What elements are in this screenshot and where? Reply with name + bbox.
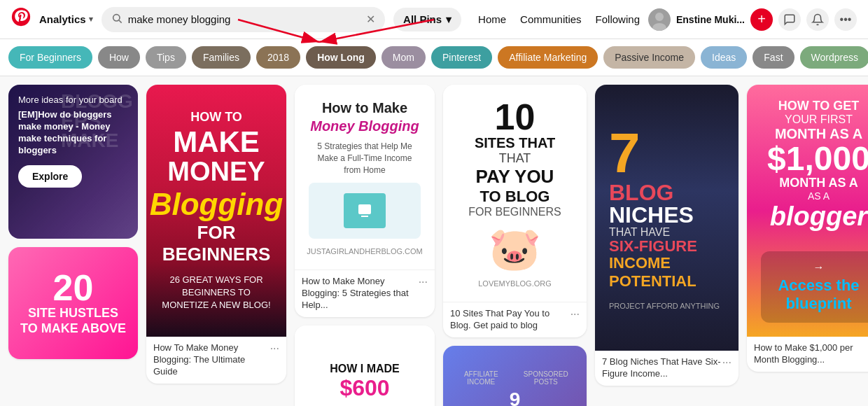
content-area: More ideas for your board [EM]How do blo…: [0, 76, 868, 406]
pin-niches-seven: 7: [609, 125, 724, 181]
col1-bottom-card[interactable]: 20 SITE HUSTLES TO MAKE ABOVE: [8, 247, 138, 359]
messages-button[interactable]: [778, 8, 801, 31]
pin-black-pay: PAY YOU: [476, 166, 554, 188]
pin-black-content: 10 SITES THAT THAT PAY YOU TO BLOG FOR B…: [443, 85, 587, 302]
pin-black-sites: SITES THAT: [475, 135, 555, 151]
pin-pink-make: MAKE: [173, 127, 260, 157]
all-pins-label: All Pins: [403, 13, 442, 25]
filter-chip-tips[interactable]: Tips: [146, 46, 186, 69]
user-name[interactable]: Enstine Muki...: [676, 14, 745, 25]
pin-pink-content: HOW TO MAKE MONEY Blogging FOR BEGINNERS…: [146, 85, 286, 337]
pin-card-1000-text: How to Make $1,000 per Month Blogging...: [754, 342, 868, 366]
filter-chip-mom[interactable]: Mom: [382, 46, 426, 69]
all-pins-button[interactable]: All Pins ▾: [393, 8, 461, 31]
pin-card-10sites-footer: 10 Sites That Pay You to Blog. Get paid …: [443, 302, 587, 337]
pin-howmade-how-i: HOW I MADE: [330, 363, 400, 375]
pin-card-white-dots[interactable]: ···: [419, 276, 428, 288]
pin-card-niches-text: 7 Blog Niches That Have Six-Figure Incom…: [602, 356, 722, 380]
pin-niches-potential: POTENTIAL: [609, 272, 724, 290]
pin-card-pink[interactable]: HOW TO MAKE MONEY Blogging FOR BEGINNERS…: [146, 85, 286, 384]
pin-pink-subtitle: 26 GREAT WAYS FOR BEGINNERS TO MONETIZE …: [160, 274, 272, 312]
pin-pink-howto: HOW TO: [190, 110, 242, 125]
pin-niches-blog: BLOG: [609, 181, 724, 204]
nav-right: Enstine Muki... + •••: [648, 8, 857, 31]
svg-point-4: [655, 13, 664, 21]
pinterest-logo[interactable]: [11, 7, 31, 31]
pin-pink-beginners: FOR BEGINNERS: [160, 222, 272, 265]
pin-card-white[interactable]: How to Make Money Blogging 5 Strategies …: [295, 85, 435, 317]
add-button[interactable]: +: [750, 8, 773, 31]
pin-card-1000-footer: How to Make $1,000 per Month Blogging...…: [747, 337, 868, 372]
explore-button[interactable]: Explore: [18, 165, 82, 188]
filter-chip-fast[interactable]: Fast: [752, 46, 794, 69]
pin-black-ten: 10: [495, 99, 536, 135]
filter-chip-pinterest[interactable]: Pinterest: [431, 46, 492, 69]
pin-card-white-footer: How to Make Money Blogging: 5 Strategies…: [295, 270, 435, 317]
pin-card-pink-footer: How To Make Money Blogging: The Ultimate…: [146, 337, 286, 384]
suggestion-card[interactable]: More ideas for your board [EM]How do blo…: [8, 85, 138, 239]
filter-chip-affiliate[interactable]: Affiliate Marketing: [498, 46, 598, 69]
filter-chip-how[interactable]: How: [98, 46, 140, 69]
col-4: 10 SITES THAT THAT PAY YOU TO BLOG FOR B…: [443, 85, 587, 406]
svg-line-2: [119, 20, 122, 23]
suggestion-card-text: More ideas for your board: [18, 94, 128, 105]
pin-card-niches-dots[interactable]: ···: [722, 356, 732, 369]
pin-white-subtitle: 5 Strategies that Help Me Make a Full-Ti…: [309, 141, 421, 176]
filter-chip-ideas[interactable]: Ideas: [701, 46, 747, 69]
pin-income-content: AFFILIATE INCOMESPONSORED POSTS 9 INCOME…: [443, 346, 587, 406]
col-1: More ideas for your board [EM]How do blo…: [8, 85, 138, 359]
pin-1000-blogger: blogger: [761, 202, 868, 232]
nav-following[interactable]: Following: [596, 13, 640, 25]
col1-num: 20: [53, 270, 94, 306]
pin-black-beg: FOR BEGINNERS: [468, 206, 561, 218]
col-6: HOW TO GET YOUR FIRST MONTH AS A $1,000 …: [747, 85, 868, 372]
filter-chip-families[interactable]: Families: [192, 46, 251, 69]
filter-chip-how-long[interactable]: How Long: [306, 46, 376, 69]
col-2: HOW TO MAKE MONEY Blogging FOR BEGINNERS…: [146, 85, 286, 384]
filter-chip-wordpress[interactable]: Wordpress: [800, 46, 868, 69]
col1-title: SITE HUSTLES TO MAKE ABOVE: [20, 306, 127, 336]
pin-1000-access: → Access the blueprint: [761, 251, 868, 323]
analytics-button[interactable]: Analytics ▾: [39, 13, 93, 25]
pin-card-1000[interactable]: HOW TO GET YOUR FIRST MONTH AS A $1,000 …: [747, 85, 868, 372]
pin-black-that: THAT: [499, 151, 531, 166]
filter-chip-2018[interactable]: 2018: [256, 46, 300, 69]
pin-1000-line1: HOW TO GET: [761, 99, 868, 113]
svg-rect-11: [361, 216, 368, 217]
pin-income-nine: 9: [510, 388, 521, 406]
filter-chip-passive[interactable]: Passive Income: [603, 46, 695, 69]
pin-white-title: How to Make Money Blogging: [309, 99, 421, 135]
svg-point-1: [113, 14, 119, 20]
pin-white-content: How to Make Money Blogging 5 Strategies …: [295, 85, 435, 270]
pin-niches-sixfig: SIX-FIGURE: [609, 239, 724, 254]
pin-niches-income: INCOME: [609, 254, 724, 272]
pin-howmade-amount: $600: [340, 375, 389, 401]
avatar[interactable]: [648, 8, 671, 31]
pin-niches-niches: NICHES: [609, 204, 724, 226]
svg-rect-10: [358, 204, 371, 214]
pin-card-niches[interactable]: 7 BLOG NICHES THAT HAVE SIX-FIGURE INCOM…: [595, 85, 738, 386]
more-button[interactable]: •••: [834, 8, 857, 31]
pin-card-pink-dots[interactable]: ···: [270, 342, 279, 355]
pin-1000-arrow: →: [771, 261, 867, 274]
pin-1000-line4: MONTH AS A: [761, 176, 868, 190]
all-pins-chevron: ▾: [446, 13, 451, 26]
nav-communities[interactable]: Communities: [520, 13, 582, 25]
header: Analytics ▾ ✕ All Pins ▾ Home Communitie…: [0, 0, 868, 39]
pin-card-howmade[interactable]: HOW I MADE $600: [295, 326, 435, 406]
pin-pink-blogging: Blogging: [150, 187, 284, 222]
col-5: 7 BLOG NICHES THAT HAVE SIX-FIGURE INCOM…: [595, 85, 738, 386]
nav-links: Home Communities Following: [478, 13, 640, 25]
pin-card-income[interactable]: AFFILIATE INCOMESPONSORED POSTS 9 INCOME…: [443, 346, 587, 406]
pin-card-10sites[interactable]: 10 SITES THAT THAT PAY YOU TO BLOG FOR B…: [443, 85, 587, 337]
search-bar: ✕: [102, 7, 385, 32]
clear-icon[interactable]: ✕: [366, 13, 375, 26]
nav-home[interactable]: Home: [478, 13, 506, 25]
pin-niches-content: 7 BLOG NICHES THAT HAVE SIX-FIGURE INCOM…: [595, 85, 738, 351]
filter-chip-for-beginners[interactable]: For Beginners: [8, 46, 92, 69]
pin-card-10sites-dots[interactable]: ···: [570, 308, 580, 321]
col-3: How to Make Money Blogging 5 Strategies …: [295, 85, 435, 406]
pin-1000-asa: AS A: [761, 190, 868, 202]
notifications-button[interactable]: [806, 8, 829, 31]
search-input[interactable]: [128, 13, 360, 25]
